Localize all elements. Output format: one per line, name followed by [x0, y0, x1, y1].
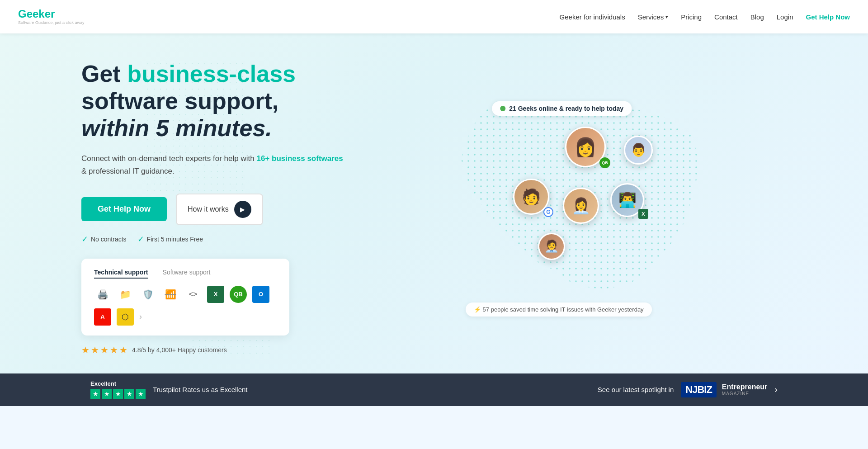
chevron-down-icon: ▾	[665, 14, 668, 20]
online-dot	[500, 106, 505, 111]
shield-icon[interactable]: 🛡️	[139, 286, 156, 303]
acrobat-icon[interactable]: A	[94, 308, 111, 326]
hero-headline: Get business-class software support, wit…	[81, 61, 344, 142]
online-text: 21 Geeks online & ready to help today	[509, 105, 623, 112]
tp-star-2: ★	[102, 389, 112, 399]
right-chevron-icon[interactable]: ›	[139, 312, 142, 321]
how-it-works-label: How it works	[188, 205, 229, 213]
nav-cta-button[interactable]: Get Help Now	[806, 13, 850, 21]
tp-star-1: ★	[90, 389, 100, 399]
tab-technical[interactable]: Technical support	[94, 269, 148, 279]
tp-star-3: ★	[113, 389, 123, 399]
support-icons-row: 🖨️ 📁 🛡️ 📶 <> X QB O A ⬡ ›	[94, 286, 277, 326]
printer-icon[interactable]: 🖨️	[94, 286, 111, 303]
star-5: ★	[119, 345, 127, 355]
folder-icon[interactable]: 📁	[117, 286, 134, 303]
logo[interactable]: Geeker Software Guidance, just a click a…	[18, 9, 85, 25]
excel-bubble-logo: X	[638, 209, 648, 219]
star-3: ★	[100, 345, 108, 355]
tab-software[interactable]: Software support	[163, 269, 211, 279]
navbar: Geeker Software Guidance, just a click a…	[0, 0, 868, 33]
code-icon[interactable]: <>	[184, 286, 202, 303]
outlook-icon[interactable]: O	[252, 286, 269, 303]
spotlight-text: See our latest spotlight in	[598, 386, 674, 393]
trustpilot-label: Trustpilot Rates us as Excellent	[153, 386, 248, 393]
rating-row: ★ ★ ★ ★ ★ 4.8/5 by 4,000+ Happy customer…	[81, 345, 344, 355]
spotlight-section: See our latest spotlight in NJBIZ Entrep…	[598, 382, 778, 397]
stats-badge: ⚡ 57 people saved time solving IT issues…	[466, 302, 652, 317]
headline-italic: within 5 minutes.	[81, 115, 272, 141]
check-icon-2: ✓	[137, 234, 144, 244]
tp-star-4: ★	[124, 389, 134, 399]
quickbooks-icon[interactable]: QB	[230, 286, 247, 303]
badge-no-contracts: ✓ No contracts	[81, 234, 127, 244]
trustpilot-section: Excellent ★ ★ ★ ★ ★ Trustpilot Rates us …	[90, 380, 248, 399]
hero-section: Get business-class software support, wit…	[0, 33, 868, 373]
nav-blog[interactable]: Blog	[750, 13, 764, 21]
bottom-bar: Excellent ★ ★ ★ ★ ★ Trustpilot Rates us …	[0, 373, 868, 406]
powerbi-icon[interactable]: ⬡	[117, 308, 134, 326]
star-1: ★	[81, 345, 90, 355]
entrepreneur-logo: Entrepreneur MAGAZINE	[722, 383, 767, 396]
star-rating: ★ ★ ★ ★ ★	[81, 345, 127, 355]
excel-icon[interactable]: X	[207, 286, 224, 303]
njbiz-logo: NJBIZ	[681, 382, 717, 397]
play-icon: ▶	[234, 201, 251, 218]
nav-individuals[interactable]: Geeker for individuals	[560, 13, 625, 21]
spotlight-logos: NJBIZ Entrepreneur MAGAZINE	[681, 382, 767, 397]
hero-subtext: Connect with on-demand tech experts for …	[81, 152, 344, 177]
trustpilot-excellent: Excellent	[90, 380, 146, 387]
support-tabs: Technical support Software support	[94, 269, 277, 279]
star-2: ★	[91, 345, 99, 355]
online-badge: 21 Geeks online & ready to help today	[492, 101, 632, 116]
nav-login[interactable]: Login	[777, 13, 793, 21]
google-logo: G	[543, 207, 553, 217]
hero-content: Get business-class software support, wit…	[81, 61, 344, 355]
how-it-works-button[interactable]: How it works ▶	[176, 194, 263, 225]
nav-links: Geeker for individuals Services ▾ Pricin…	[560, 13, 850, 21]
hero-buttons: Get Help Now How it works ▶	[81, 194, 344, 225]
support-card: Technical support Software support 🖨️ 📁 …	[81, 259, 289, 336]
check-icon-1: ✓	[81, 234, 88, 244]
rating-text: 4.8/5 by 4,000+ Happy customers	[132, 346, 227, 354]
tp-star-5: ★	[136, 389, 146, 399]
badge-free: ✓ First 5 minutes Free	[137, 234, 203, 244]
softwares-link[interactable]: 16+ business softwares	[256, 154, 343, 163]
nav-pricing[interactable]: Pricing	[681, 13, 702, 21]
trustpilot-scores: Excellent ★ ★ ★ ★ ★	[90, 380, 146, 399]
star-4: ★	[110, 345, 118, 355]
trustpilot-stars: ★ ★ ★ ★ ★	[90, 389, 146, 399]
qb-logo: QB	[599, 157, 610, 168]
forward-arrow-icon[interactable]: ›	[774, 384, 778, 395]
logo-sub: Software Guidance, just a click away	[18, 20, 85, 25]
expert-bubble-4: 👩‍💼	[563, 188, 599, 224]
headline-accent: business-class	[127, 61, 296, 87]
nav-services[interactable]: Services ▾	[638, 13, 669, 21]
headline-rest: software support,	[81, 88, 278, 114]
logo-text: Geeker	[18, 9, 85, 19]
get-help-button[interactable]: Get Help Now	[81, 197, 167, 221]
map-container: 21 Geeks online & ready to help today 👩 …	[429, 90, 737, 326]
expert-bubble-2: 👨	[624, 136, 653, 165]
nav-contact[interactable]: Contact	[714, 13, 738, 21]
hero-badges: ✓ No contracts ✓ First 5 minutes Free	[81, 234, 344, 244]
wifi-icon[interactable]: 📶	[162, 286, 179, 303]
expert-bubble-6: 🧑‍💼	[538, 233, 565, 260]
hero-map-area: 21 Geeks online & ready to help today 👩 …	[344, 77, 823, 339]
headline-plain: Get	[81, 61, 127, 87]
